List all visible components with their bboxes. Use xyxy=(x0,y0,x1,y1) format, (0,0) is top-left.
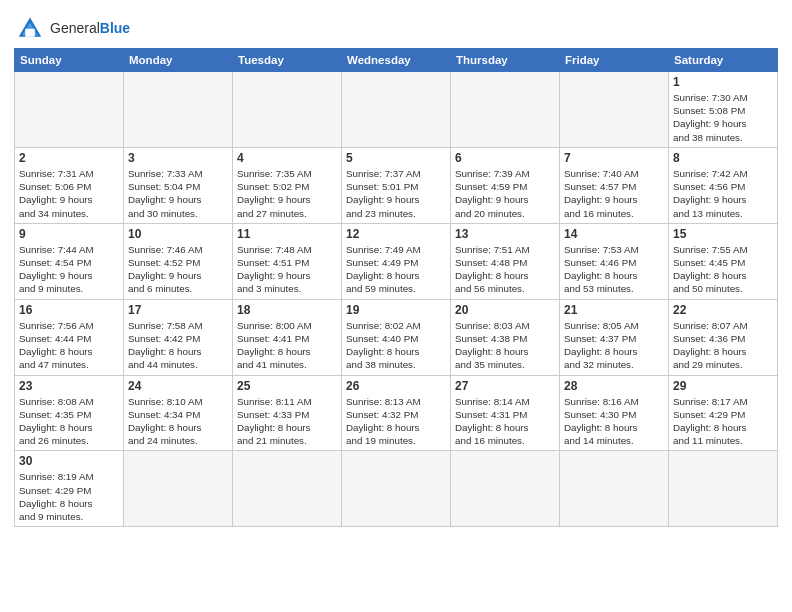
day-info: Sunrise: 8:07 AM Sunset: 4:36 PM Dayligh… xyxy=(673,319,773,372)
day-info: Sunrise: 7:46 AM Sunset: 4:52 PM Dayligh… xyxy=(128,243,228,296)
day-info: Sunrise: 8:14 AM Sunset: 4:31 PM Dayligh… xyxy=(455,395,555,448)
day-info: Sunrise: 7:31 AM Sunset: 5:06 PM Dayligh… xyxy=(19,167,119,220)
day-info: Sunrise: 8:08 AM Sunset: 4:35 PM Dayligh… xyxy=(19,395,119,448)
calendar-cell xyxy=(669,451,778,527)
day-number: 20 xyxy=(455,303,555,317)
day-info: Sunrise: 8:13 AM Sunset: 4:32 PM Dayligh… xyxy=(346,395,446,448)
day-number: 6 xyxy=(455,151,555,165)
calendar-cell: 22Sunrise: 8:07 AM Sunset: 4:36 PM Dayli… xyxy=(669,299,778,375)
weekday-saturday: Saturday xyxy=(669,49,778,72)
day-info: Sunrise: 7:30 AM Sunset: 5:08 PM Dayligh… xyxy=(673,91,773,144)
day-number: 14 xyxy=(564,227,664,241)
day-number: 13 xyxy=(455,227,555,241)
calendar-cell: 30Sunrise: 8:19 AM Sunset: 4:29 PM Dayli… xyxy=(15,451,124,527)
svg-rect-3 xyxy=(25,29,35,37)
day-info: Sunrise: 8:02 AM Sunset: 4:40 PM Dayligh… xyxy=(346,319,446,372)
calendar-cell xyxy=(124,451,233,527)
day-number: 21 xyxy=(564,303,664,317)
day-number: 17 xyxy=(128,303,228,317)
calendar-week-row: 1Sunrise: 7:30 AM Sunset: 5:08 PM Daylig… xyxy=(15,72,778,148)
day-info: Sunrise: 8:05 AM Sunset: 4:37 PM Dayligh… xyxy=(564,319,664,372)
calendar-cell: 14Sunrise: 7:53 AM Sunset: 4:46 PM Dayli… xyxy=(560,223,669,299)
day-number: 28 xyxy=(564,379,664,393)
calendar-cell: 8Sunrise: 7:42 AM Sunset: 4:56 PM Daylig… xyxy=(669,147,778,223)
day-number: 7 xyxy=(564,151,664,165)
day-info: Sunrise: 8:00 AM Sunset: 4:41 PM Dayligh… xyxy=(237,319,337,372)
day-info: Sunrise: 7:51 AM Sunset: 4:48 PM Dayligh… xyxy=(455,243,555,296)
day-number: 25 xyxy=(237,379,337,393)
calendar-cell: 28Sunrise: 8:16 AM Sunset: 4:30 PM Dayli… xyxy=(560,375,669,451)
calendar-week-row: 23Sunrise: 8:08 AM Sunset: 4:35 PM Dayli… xyxy=(15,375,778,451)
calendar-cell: 7Sunrise: 7:40 AM Sunset: 4:57 PM Daylig… xyxy=(560,147,669,223)
logo-svg xyxy=(14,14,46,42)
day-info: Sunrise: 7:33 AM Sunset: 5:04 PM Dayligh… xyxy=(128,167,228,220)
day-info: Sunrise: 7:48 AM Sunset: 4:51 PM Dayligh… xyxy=(237,243,337,296)
day-number: 10 xyxy=(128,227,228,241)
weekday-sunday: Sunday xyxy=(15,49,124,72)
day-number: 16 xyxy=(19,303,119,317)
calendar-cell: 25Sunrise: 8:11 AM Sunset: 4:33 PM Dayli… xyxy=(233,375,342,451)
calendar-cell: 29Sunrise: 8:17 AM Sunset: 4:29 PM Dayli… xyxy=(669,375,778,451)
day-info: Sunrise: 7:49 AM Sunset: 4:49 PM Dayligh… xyxy=(346,243,446,296)
calendar-cell: 27Sunrise: 8:14 AM Sunset: 4:31 PM Dayli… xyxy=(451,375,560,451)
day-number: 9 xyxy=(19,227,119,241)
day-number: 23 xyxy=(19,379,119,393)
day-number: 27 xyxy=(455,379,555,393)
calendar-cell: 23Sunrise: 8:08 AM Sunset: 4:35 PM Dayli… xyxy=(15,375,124,451)
day-number: 18 xyxy=(237,303,337,317)
calendar-cell: 15Sunrise: 7:55 AM Sunset: 4:45 PM Dayli… xyxy=(669,223,778,299)
day-info: Sunrise: 7:40 AM Sunset: 4:57 PM Dayligh… xyxy=(564,167,664,220)
calendar-cell: 21Sunrise: 8:05 AM Sunset: 4:37 PM Dayli… xyxy=(560,299,669,375)
day-number: 30 xyxy=(19,454,119,468)
day-number: 24 xyxy=(128,379,228,393)
calendar-cell: 5Sunrise: 7:37 AM Sunset: 5:01 PM Daylig… xyxy=(342,147,451,223)
day-number: 3 xyxy=(128,151,228,165)
calendar-cell xyxy=(342,451,451,527)
calendar-cell: 9Sunrise: 7:44 AM Sunset: 4:54 PM Daylig… xyxy=(15,223,124,299)
calendar-cell: 13Sunrise: 7:51 AM Sunset: 4:48 PM Dayli… xyxy=(451,223,560,299)
calendar-cell xyxy=(560,451,669,527)
day-number: 5 xyxy=(346,151,446,165)
day-info: Sunrise: 7:55 AM Sunset: 4:45 PM Dayligh… xyxy=(673,243,773,296)
weekday-tuesday: Tuesday xyxy=(233,49,342,72)
calendar-cell: 19Sunrise: 8:02 AM Sunset: 4:40 PM Dayli… xyxy=(342,299,451,375)
calendar-cell xyxy=(560,72,669,148)
day-info: Sunrise: 8:10 AM Sunset: 4:34 PM Dayligh… xyxy=(128,395,228,448)
day-info: Sunrise: 7:58 AM Sunset: 4:42 PM Dayligh… xyxy=(128,319,228,372)
day-number: 1 xyxy=(673,75,773,89)
calendar-cell: 26Sunrise: 8:13 AM Sunset: 4:32 PM Dayli… xyxy=(342,375,451,451)
calendar-cell xyxy=(451,72,560,148)
calendar-week-row: 30Sunrise: 8:19 AM Sunset: 4:29 PM Dayli… xyxy=(15,451,778,527)
weekday-thursday: Thursday xyxy=(451,49,560,72)
weekday-header-row: SundayMondayTuesdayWednesdayThursdayFrid… xyxy=(15,49,778,72)
calendar-cell: 20Sunrise: 8:03 AM Sunset: 4:38 PM Dayli… xyxy=(451,299,560,375)
day-info: Sunrise: 7:37 AM Sunset: 5:01 PM Dayligh… xyxy=(346,167,446,220)
day-info: Sunrise: 7:35 AM Sunset: 5:02 PM Dayligh… xyxy=(237,167,337,220)
day-info: Sunrise: 8:03 AM Sunset: 4:38 PM Dayligh… xyxy=(455,319,555,372)
day-number: 11 xyxy=(237,227,337,241)
calendar-cell: 17Sunrise: 7:58 AM Sunset: 4:42 PM Dayli… xyxy=(124,299,233,375)
day-number: 15 xyxy=(673,227,773,241)
day-info: Sunrise: 7:44 AM Sunset: 4:54 PM Dayligh… xyxy=(19,243,119,296)
calendar-cell: 10Sunrise: 7:46 AM Sunset: 4:52 PM Dayli… xyxy=(124,223,233,299)
calendar-cell xyxy=(15,72,124,148)
weekday-wednesday: Wednesday xyxy=(342,49,451,72)
calendar-table: SundayMondayTuesdayWednesdayThursdayFrid… xyxy=(14,48,778,527)
calendar-cell xyxy=(124,72,233,148)
calendar-cell: 6Sunrise: 7:39 AM Sunset: 4:59 PM Daylig… xyxy=(451,147,560,223)
day-info: Sunrise: 8:19 AM Sunset: 4:29 PM Dayligh… xyxy=(19,470,119,523)
day-info: Sunrise: 7:53 AM Sunset: 4:46 PM Dayligh… xyxy=(564,243,664,296)
day-number: 22 xyxy=(673,303,773,317)
calendar-cell: 2Sunrise: 7:31 AM Sunset: 5:06 PM Daylig… xyxy=(15,147,124,223)
page-header: GeneralBlue xyxy=(14,10,778,42)
calendar-cell: 3Sunrise: 7:33 AM Sunset: 5:04 PM Daylig… xyxy=(124,147,233,223)
weekday-monday: Monday xyxy=(124,49,233,72)
calendar-cell: 4Sunrise: 7:35 AM Sunset: 5:02 PM Daylig… xyxy=(233,147,342,223)
calendar-cell: 16Sunrise: 7:56 AM Sunset: 4:44 PM Dayli… xyxy=(15,299,124,375)
calendar-cell: 12Sunrise: 7:49 AM Sunset: 4:49 PM Dayli… xyxy=(342,223,451,299)
logo: GeneralBlue xyxy=(14,14,130,42)
calendar-cell: 18Sunrise: 8:00 AM Sunset: 4:41 PM Dayli… xyxy=(233,299,342,375)
day-info: Sunrise: 8:17 AM Sunset: 4:29 PM Dayligh… xyxy=(673,395,773,448)
calendar-cell xyxy=(342,72,451,148)
calendar-cell: 24Sunrise: 8:10 AM Sunset: 4:34 PM Dayli… xyxy=(124,375,233,451)
